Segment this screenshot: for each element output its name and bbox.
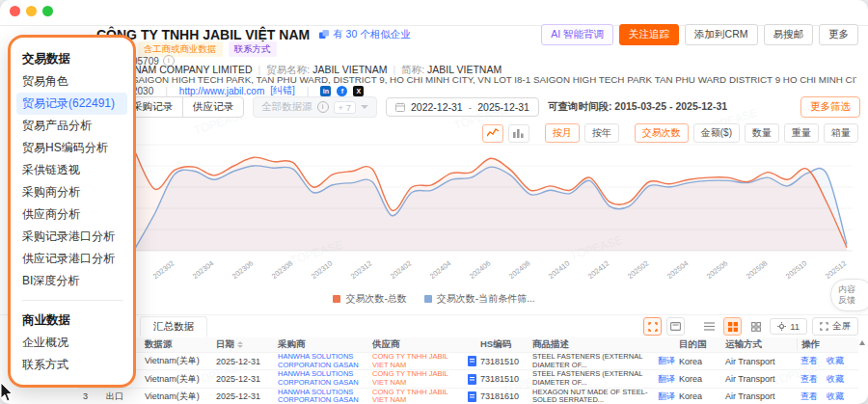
filter-row: 采购记录 供应记录 全部数据源 i + 7 2022-12-31 - 2025-… — [122, 96, 727, 118]
sidebar-item-buyer-analysis[interactable]: 采购商分析 — [22, 181, 125, 203]
buyer-link[interactable]: HANWHA SOLUTIONS CORPORATION GASAN — [278, 370, 368, 387]
highlighted-sidebar-menu: 交易数据贸易角色贸易记录(622491)贸易产品分析贸易HS编码分析采供链透视采… — [8, 35, 136, 388]
more-filters-button[interactable]: 更多筛选 — [800, 96, 860, 118]
translate-link[interactable]: 翻译 — [658, 373, 675, 386]
company-tag[interactable]: 联系方式 — [229, 41, 277, 57]
ai-background-check-button[interactable]: AI 智能背调 — [541, 24, 613, 45]
sidebar-item-supply-chain-insight[interactable]: 采供链透视 — [22, 159, 125, 181]
x-twitter-icon[interactable]: X — [353, 86, 364, 96]
content-feedback-pill[interactable]: 内容反馈 — [830, 279, 868, 311]
traffic-light-close-icon[interactable] — [10, 6, 20, 16]
bar-chart-icon[interactable] — [508, 124, 529, 143]
x-axis-tick: 202304 — [191, 258, 215, 281]
product-description: STEEL FASTENERS (EXTERNAL DIAMETER OF... — [532, 370, 655, 387]
col-header-6[interactable]: 目的国 — [675, 338, 721, 351]
layout-view-icon[interactable] — [746, 317, 765, 336]
expand-view-icon[interactable] — [643, 317, 662, 336]
sidebar-item-purchase-port-analysis[interactable]: 采购记录港口分析 — [22, 226, 125, 248]
table-row: 1出口Vietnam(关单)2025-12-31HANWHA SOLUTIONS… — [79, 352, 858, 369]
sidebar-item-company-profile[interactable]: 企业概况 — [22, 332, 125, 354]
sidebar-item-trade-role[interactable]: 贸易角色 — [22, 70, 125, 93]
translate-link[interactable]: 翻译 — [658, 355, 675, 367]
col-header-7[interactable]: 运输方式 — [721, 338, 797, 351]
col-header-1[interactable]: 日期 — [212, 338, 274, 351]
view-link[interactable]: 查看 — [800, 391, 818, 403]
legend-item[interactable]: 交易次数-当前条件筛... — [424, 292, 535, 306]
metric-chip[interactable]: 数量 — [745, 123, 779, 143]
legend-item[interactable]: 交易次数-总数 — [333, 292, 406, 306]
sidebar-item-trade-hs-analysis[interactable]: 贸易HS编码分析 — [22, 137, 125, 159]
granularity-chip[interactable]: 按年 — [584, 123, 619, 143]
view-link[interactable]: 查看 — [800, 355, 818, 367]
x-axis-tick: 202308 — [270, 258, 294, 281]
granularity-chip[interactable]: 按月 — [545, 123, 580, 143]
similar-companies-link[interactable]: 有 30 个相似企业 — [319, 28, 411, 41]
buyer-link[interactable]: HANWHA SOLUTIONS CORPORATION GASAN — [278, 389, 368, 404]
col-header-4[interactable]: HS编码 — [476, 338, 529, 351]
favorite-link[interactable]: 收藏 — [827, 355, 844, 367]
company-doc-icon[interactable] — [468, 391, 476, 402]
sidebar-item-contact-info[interactable]: 联系方式 — [22, 354, 125, 376]
buyer-link[interactable]: HANWHA SOLUTIONS CORPORATION GASAN — [278, 353, 368, 369]
date-range-input[interactable]: 2022-12-31 - 2025-12-31 — [386, 97, 539, 117]
sidebar-item-bi-analysis[interactable]: BI深度分析 — [22, 270, 125, 292]
sidebar-item-trade-product-analysis[interactable]: 贸易产品分析 — [22, 115, 125, 137]
line-chart-icon[interactable] — [482, 124, 503, 143]
col-header-8[interactable]: 操作 — [797, 338, 858, 351]
company-doc-icon[interactable] — [468, 356, 476, 366]
cell-desc: STEEL FASTENERS (EXTERNAL DIAMETER OF...… — [529, 353, 675, 369]
chart-controls: 按月按年 交易次数金额($)数量重量箱量 — [482, 123, 858, 143]
more-actions-button[interactable]: 更多 — [819, 24, 858, 45]
legend-label: 交易次数-当前条件筛... — [437, 292, 535, 306]
metric-chip[interactable]: 金额($) — [693, 123, 740, 143]
add-to-crm-button[interactable]: 添加到CRM — [685, 24, 757, 45]
col-header-2[interactable]: 采购商 — [274, 338, 368, 351]
x-axis-tick: 202312 — [349, 258, 373, 281]
cell-date: 2025-12-31 — [212, 374, 274, 384]
sort-icon[interactable] — [237, 341, 243, 348]
menu-divider — [22, 300, 123, 301]
scroll-up-icon[interactable] — [859, 340, 865, 345]
card-view-icon[interactable] — [666, 317, 685, 336]
company-doc-icon[interactable] — [468, 374, 476, 385]
grid-view-icon[interactable] — [723, 317, 742, 336]
supplier-link[interactable]: CONG TY TNHH JABIL VIET NAM — [372, 370, 465, 387]
correct-link[interactable]: [纠错] — [270, 84, 295, 97]
gear-icon — [777, 322, 786, 331]
header-actions: AI 智能背调 关注追踪 添加到CRM 易搜邮 更多 — [541, 24, 858, 45]
mail-search-button[interactable]: 易搜邮 — [764, 24, 814, 45]
metric-chip[interactable]: 交易次数 — [635, 123, 689, 143]
supplier-link[interactable]: CONG TY TNHH JABIL VIET NAM — [372, 353, 465, 369]
supplier-link[interactable]: CONG TY TNHH JABIL VIET NAM — [372, 389, 465, 404]
view-link[interactable]: 查看 — [800, 373, 818, 386]
column-settings-button[interactable]: 11 — [770, 318, 807, 335]
linkedin-icon[interactable]: in — [320, 86, 331, 96]
metric-chip[interactable]: 重量 — [784, 123, 819, 143]
cell-source: Vietnam(关单) — [141, 391, 212, 403]
mouse-cursor — [0, 383, 15, 404]
metric-chip[interactable]: 箱量 — [824, 123, 858, 143]
tab-summary-data[interactable]: 汇总数据 — [140, 316, 207, 337]
website-link[interactable]: http://www.jabil.com — [179, 86, 264, 96]
favorite-link[interactable]: 收藏 — [827, 373, 844, 386]
cell-hs: 73181510 — [476, 357, 529, 366]
sidebar-item-supply-port-analysis[interactable]: 供应记录港口分析 — [22, 248, 125, 270]
sidebar-item-trade-records[interactable]: 贸易记录(622491) — [16, 93, 127, 115]
col-header-0[interactable]: 数据源 — [141, 338, 212, 351]
list-view-icon[interactable] — [700, 317, 719, 336]
x-axis-tick: 202502 — [626, 258, 650, 281]
supply-records-tab[interactable]: 供应记录 — [182, 97, 243, 117]
cell-supplier: CONG TY TNHH JABIL VIET NAM — [368, 389, 476, 404]
follow-track-button[interactable]: 关注追踪 — [619, 24, 679, 45]
fullscreen-button[interactable]: 全屏 — [812, 317, 858, 336]
datasource-select[interactable]: 全部数据源 i + 7 — [253, 96, 377, 118]
col-header-5[interactable]: 商品描述 — [529, 338, 675, 351]
facebook-icon[interactable]: f — [337, 86, 347, 96]
traffic-light-zoom-icon[interactable] — [42, 6, 53, 16]
sidebar-item-supplier-analysis[interactable]: 供应商分析 — [22, 203, 125, 226]
translate-link[interactable]: 翻译 — [658, 391, 675, 403]
traffic-light-minimize-icon[interactable] — [26, 6, 37, 16]
cell-supplier: CONG TY TNHH JABIL VIET NAM — [368, 370, 476, 387]
col-header-3[interactable]: 供应商 — [368, 338, 476, 351]
favorite-link[interactable]: 收藏 — [827, 391, 844, 403]
